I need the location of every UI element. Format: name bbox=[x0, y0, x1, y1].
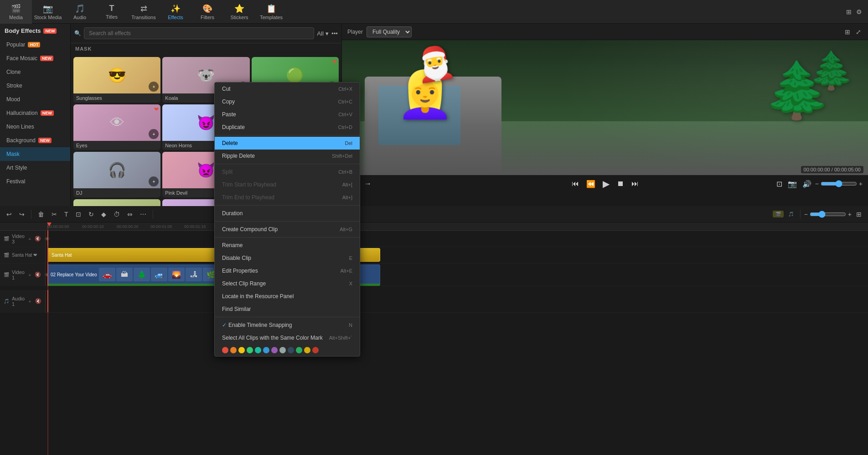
toolbar-media[interactable]: 🎬 Media bbox=[0, 0, 32, 24]
swatch-green[interactable] bbox=[247, 347, 253, 353]
crop-btn[interactable]: ⊡ bbox=[73, 209, 84, 220]
sidebar-item-art-style[interactable]: Art Style bbox=[0, 161, 70, 175]
swatch-dark-gray[interactable] bbox=[288, 347, 294, 353]
search-input[interactable] bbox=[84, 27, 314, 39]
ctx-paste[interactable]: Paste Ctrl+V bbox=[215, 108, 360, 121]
stop-btn[interactable]: ⏹ bbox=[615, 178, 626, 190]
skip-back-btn[interactable]: ⏮ bbox=[570, 178, 581, 190]
more-btn[interactable]: ⋯ bbox=[137, 209, 149, 220]
track-santa-label: 🎬 Santa Hat ❤ bbox=[0, 247, 46, 263]
effect-sunglasses[interactable]: 😎 + Sunglasses bbox=[73, 57, 160, 103]
ctx-duplicate[interactable]: Duplicate Ctrl+D bbox=[215, 121, 360, 134]
toolbar-effects[interactable]: ✨ Effects bbox=[160, 0, 191, 24]
play-btn[interactable]: ▶ bbox=[601, 176, 611, 191]
delete-btn[interactable]: 🗑 bbox=[35, 209, 47, 220]
undo-btn[interactable]: ↩ bbox=[4, 209, 15, 220]
toolbar-transitions[interactable]: ⇄ Transitions bbox=[128, 0, 160, 24]
quality-select[interactable]: Full Quality 1/2 Quality 1/4 Quality bbox=[367, 26, 412, 37]
add-track-btn[interactable]: 🎬 bbox=[773, 211, 784, 217]
scissors-btn[interactable]: ✂ bbox=[49, 209, 60, 220]
sidebar-item-clone[interactable]: Clone bbox=[0, 65, 70, 79]
transform-btn[interactable]: ⇔ bbox=[124, 209, 135, 220]
sidebar-item-mask[interactable]: Mask bbox=[0, 147, 70, 161]
toolbar-filters[interactable]: 🎨 Filters bbox=[191, 0, 223, 24]
swatch-gold[interactable] bbox=[304, 347, 310, 353]
settings-btn[interactable]: ⚙ bbox=[855, 7, 863, 17]
effect-dj[interactable]: 🎧 + DJ bbox=[73, 152, 160, 197]
ctx-copy[interactable]: Copy Ctrl+C bbox=[215, 95, 360, 108]
transitions-icon: ⇄ bbox=[140, 4, 147, 14]
volume-btn[interactable]: 🔊 bbox=[801, 178, 813, 190]
toolbar-titles[interactable]: T Titles bbox=[96, 0, 128, 24]
step-back-btn[interactable]: ⏪ bbox=[584, 178, 597, 190]
swatch-teal[interactable] bbox=[255, 347, 261, 353]
swatch-gray[interactable] bbox=[279, 347, 286, 353]
ctx-trim-end[interactable]: Trim End to Playhead Alt+] bbox=[215, 191, 360, 204]
swatch-purple[interactable] bbox=[271, 347, 278, 353]
zoom-in-btn[interactable]: + bbox=[859, 180, 863, 187]
ctx-ripple-delete[interactable]: Ripple Delete Shift+Del bbox=[215, 150, 360, 162]
swatch-orange[interactable] bbox=[230, 347, 237, 353]
audio1-add-btn[interactable]: + bbox=[27, 298, 32, 305]
ctx-cut[interactable]: Cut Ctrl+X bbox=[215, 83, 360, 95]
skip-forward-btn[interactable]: ⏭ bbox=[630, 178, 641, 190]
text-btn[interactable]: T bbox=[62, 209, 71, 220]
grid-btn[interactable]: ⊞ bbox=[853, 209, 864, 220]
sidebar-item-face-mosaic[interactable]: Face Mosaic NEW bbox=[0, 52, 70, 65]
more-options-btn[interactable]: ••• bbox=[331, 30, 338, 37]
toolbar-stickers[interactable]: ⭐ Stickers bbox=[223, 0, 255, 24]
track3-mute-btn[interactable]: 🔇 bbox=[34, 235, 42, 243]
audio-track-btn[interactable]: 🎵 bbox=[785, 210, 796, 218]
swatch-red[interactable] bbox=[222, 347, 228, 353]
toolbar-audio[interactable]: 🎵 Audio bbox=[64, 0, 96, 24]
swatch-blue[interactable] bbox=[263, 347, 269, 353]
sidebar-item-background[interactable]: Background NEW bbox=[0, 134, 70, 147]
rotate-btn[interactable]: ↻ bbox=[86, 209, 97, 220]
ctx-trim-start[interactable]: Trim Start to Playhead Alt+[ bbox=[215, 178, 360, 191]
arrow-right-btn[interactable]: → bbox=[362, 178, 373, 190]
redo-btn[interactable]: ↪ bbox=[16, 209, 27, 220]
filter-all-btn[interactable]: All ▾ bbox=[317, 30, 329, 37]
ctx-create-compound[interactable]: Create Compound Clip Alt+G bbox=[215, 223, 360, 236]
ctx-split[interactable]: Split Ctrl+B bbox=[215, 165, 360, 178]
effect-eyes[interactable]: 👁 ❤ + Eyes bbox=[73, 104, 160, 150]
layout-grid-icon[interactable]: ⊞ bbox=[843, 27, 852, 37]
sidebar-item-hallucination[interactable]: Hallucination NEW bbox=[0, 106, 70, 120]
ctx-delete[interactable]: Delete Del bbox=[215, 137, 360, 150]
zoom-slider[interactable] bbox=[821, 180, 857, 187]
timeline-zoom-in[interactable]: + bbox=[848, 211, 852, 218]
keyframe-btn[interactable]: ◆ bbox=[98, 209, 109, 220]
ctx-enable-snapping[interactable]: ✓ Enable Timeline Snapping N bbox=[215, 319, 360, 331]
sidebar-item-mood[interactable]: Mood bbox=[0, 93, 70, 106]
sidebar-item-neon-lines[interactable]: Neon Lines bbox=[0, 120, 70, 134]
zoom-out-btn[interactable]: − bbox=[815, 180, 819, 187]
sidebar-item-festival[interactable]: Festival bbox=[0, 175, 70, 188]
screenshot-btn[interactable]: 📷 bbox=[786, 178, 799, 190]
swatch-dark-red[interactable] bbox=[312, 347, 319, 353]
speed-btn[interactable]: ⏱ bbox=[111, 209, 123, 220]
panel-title: Body Effects bbox=[5, 27, 41, 34]
swatch-yellow[interactable] bbox=[238, 347, 245, 353]
ctx-locate-resource[interactable]: Locate in the Resource Panel bbox=[215, 290, 360, 303]
ctx-disable[interactable]: Disable Clip E bbox=[215, 252, 360, 264]
track3-add-btn[interactable]: + bbox=[27, 235, 32, 243]
swatch-dark-green[interactable] bbox=[296, 347, 302, 353]
ctx-edit-properties[interactable]: Edit Properties Alt+E bbox=[215, 264, 360, 277]
audio1-mute-btn[interactable]: 🔇 bbox=[34, 297, 42, 305]
ctx-select-range[interactable]: Select Clip Range X bbox=[215, 277, 360, 290]
ctx-rename[interactable]: Rename bbox=[215, 239, 360, 252]
sidebar-item-popular[interactable]: Popular HOT bbox=[0, 38, 70, 52]
timeline-zoom-out[interactable]: − bbox=[804, 211, 808, 218]
ctx-select-color-mark[interactable]: Select All Clips with the Same Color Mar… bbox=[215, 331, 360, 344]
timeline-zoom-slider[interactable] bbox=[810, 211, 846, 218]
track1-mute-btn[interactable]: 🔇 bbox=[34, 271, 42, 279]
toolbar-templates[interactable]: 📋 Templates bbox=[255, 0, 287, 24]
grid-view-btn[interactable]: ⊞ bbox=[845, 7, 853, 17]
expand-icon[interactable]: ⤢ bbox=[854, 27, 863, 37]
ctx-find-similar[interactable]: Find Similar bbox=[215, 303, 360, 315]
track1-add-btn[interactable]: + bbox=[27, 271, 32, 279]
toolbar-stock-media[interactable]: 📷 Stock Media bbox=[32, 0, 64, 24]
sidebar-item-stroke[interactable]: Stroke bbox=[0, 79, 70, 93]
crop-btn[interactable]: ⊡ bbox=[775, 178, 784, 190]
ctx-duration[interactable]: Duration bbox=[215, 207, 360, 220]
